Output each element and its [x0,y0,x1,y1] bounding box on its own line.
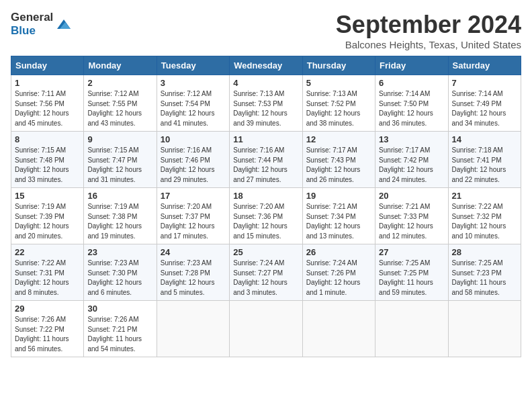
calendar-cell: 10 Sunrise: 7:16 AMSunset: 7:46 PMDaylig… [157,132,229,188]
weekday-header: Wednesday [230,56,302,75]
day-number: 19 [306,191,371,201]
calendar-cell: 16 Sunrise: 7:19 AMSunset: 7:38 PMDaylig… [84,188,157,244]
weekday-header: Sunday [11,56,84,75]
day-number: 1 [15,78,80,88]
day-number: 7 [452,78,517,88]
day-info: Sunrise: 7:23 AMSunset: 7:30 PMDaylight:… [87,259,152,298]
calendar-cell: 2 Sunrise: 7:12 AMSunset: 7:55 PMDayligh… [84,75,157,132]
calendar-cell: 27 Sunrise: 7:25 AMSunset: 7:25 PMDaylig… [375,244,448,301]
day-info: Sunrise: 7:24 AMSunset: 7:26 PMDaylight:… [306,259,371,298]
weekday-header: Tuesday [157,56,229,75]
day-number: 23 [87,247,152,257]
calendar-cell: 17 Sunrise: 7:20 AMSunset: 7:37 PMDaylig… [157,188,229,244]
day-info: Sunrise: 7:18 AMSunset: 7:41 PMDaylight:… [452,146,517,185]
calendar-cell: 26 Sunrise: 7:24 AMSunset: 7:26 PMDaylig… [302,244,375,301]
day-info: Sunrise: 7:19 AMSunset: 7:39 PMDaylight:… [15,202,80,241]
calendar-cell: 28 Sunrise: 7:25 AMSunset: 7:23 PMDaylig… [448,244,521,301]
day-number: 16 [87,191,152,201]
weekday-header: Monday [84,56,157,75]
day-info: Sunrise: 7:25 AMSunset: 7:25 PMDaylight:… [379,259,444,298]
day-info: Sunrise: 7:20 AMSunset: 7:36 PMDaylight:… [233,202,298,241]
calendar-cell [302,301,375,357]
day-info: Sunrise: 7:13 AMSunset: 7:53 PMDaylight:… [233,89,298,128]
day-number: 28 [452,247,517,257]
weekday-header: Friday [375,56,448,75]
calendar-cell: 20 Sunrise: 7:21 AMSunset: 7:33 PMDaylig… [375,188,448,244]
day-info: Sunrise: 7:26 AMSunset: 7:21 PMDaylight:… [87,315,152,354]
day-info: Sunrise: 7:16 AMSunset: 7:44 PMDaylight:… [233,146,298,185]
day-number: 22 [15,247,80,257]
day-number: 17 [161,191,226,201]
logo-text: General Blue [11,11,53,37]
day-info: Sunrise: 7:17 AMSunset: 7:42 PMDaylight:… [379,146,444,185]
day-info: Sunrise: 7:26 AMSunset: 7:22 PMDaylight:… [15,315,80,354]
calendar-cell: 13 Sunrise: 7:17 AMSunset: 7:42 PMDaylig… [375,132,448,188]
day-info: Sunrise: 7:22 AMSunset: 7:32 PMDaylight:… [452,202,517,241]
calendar-cell: 22 Sunrise: 7:22 AMSunset: 7:31 PMDaylig… [11,244,84,301]
day-info: Sunrise: 7:23 AMSunset: 7:28 PMDaylight:… [161,259,226,298]
day-info: Sunrise: 7:25 AMSunset: 7:23 PMDaylight:… [452,259,517,298]
day-info: Sunrise: 7:24 AMSunset: 7:27 PMDaylight:… [233,259,298,298]
day-number: 18 [233,191,298,201]
logo: General Blue [11,11,71,37]
day-info: Sunrise: 7:11 AMSunset: 7:56 PMDaylight:… [15,89,80,128]
calendar-cell: 4 Sunrise: 7:13 AMSunset: 7:53 PMDayligh… [230,75,302,132]
title-block: September 2024 Balcones Heights, Texas, … [336,11,521,50]
day-number: 14 [452,134,517,144]
day-info: Sunrise: 7:19 AMSunset: 7:38 PMDaylight:… [87,202,152,241]
calendar-cell: 29 Sunrise: 7:26 AMSunset: 7:22 PMDaylig… [11,301,84,357]
calendar-cell [230,301,302,357]
calendar-cell: 21 Sunrise: 7:22 AMSunset: 7:32 PMDaylig… [448,188,521,244]
calendar-cell: 11 Sunrise: 7:16 AMSunset: 7:44 PMDaylig… [230,132,302,188]
location-subtitle: Balcones Heights, Texas, United States [336,39,521,50]
day-number: 25 [233,247,298,257]
day-info: Sunrise: 7:14 AMSunset: 7:50 PMDaylight:… [379,89,444,128]
calendar-cell: 6 Sunrise: 7:14 AMSunset: 7:50 PMDayligh… [375,75,448,132]
day-number: 11 [233,134,298,144]
logo-arrow-icon [56,17,71,32]
calendar-cell: 8 Sunrise: 7:15 AMSunset: 7:48 PMDayligh… [11,132,84,188]
day-info: Sunrise: 7:21 AMSunset: 7:34 PMDaylight:… [306,202,371,241]
day-number: 26 [306,247,371,257]
day-info: Sunrise: 7:12 AMSunset: 7:55 PMDaylight:… [87,89,152,128]
day-number: 13 [379,134,444,144]
calendar-cell: 3 Sunrise: 7:12 AMSunset: 7:54 PMDayligh… [157,75,229,132]
day-number: 30 [87,304,152,314]
day-info: Sunrise: 7:22 AMSunset: 7:31 PMDaylight:… [15,259,80,298]
day-info: Sunrise: 7:21 AMSunset: 7:33 PMDaylight:… [379,202,444,241]
calendar-cell: 9 Sunrise: 7:15 AMSunset: 7:47 PMDayligh… [84,132,157,188]
day-info: Sunrise: 7:17 AMSunset: 7:43 PMDaylight:… [306,146,371,185]
day-number: 12 [306,134,371,144]
calendar-cell: 15 Sunrise: 7:19 AMSunset: 7:39 PMDaylig… [11,188,84,244]
day-number: 29 [15,304,80,314]
day-number: 21 [452,191,517,201]
day-number: 9 [87,134,152,144]
day-number: 2 [87,78,152,88]
day-info: Sunrise: 7:15 AMSunset: 7:48 PMDaylight:… [15,146,80,185]
day-number: 15 [15,191,80,201]
calendar-cell: 18 Sunrise: 7:20 AMSunset: 7:36 PMDaylig… [230,188,302,244]
day-info: Sunrise: 7:16 AMSunset: 7:46 PMDaylight:… [161,146,226,185]
calendar-cell [375,301,448,357]
day-number: 8 [15,134,80,144]
calendar-cell: 12 Sunrise: 7:17 AMSunset: 7:43 PMDaylig… [302,132,375,188]
calendar-cell: 7 Sunrise: 7:14 AMSunset: 7:49 PMDayligh… [448,75,521,132]
calendar-cell: 23 Sunrise: 7:23 AMSunset: 7:30 PMDaylig… [84,244,157,301]
calendar-table: SundayMondayTuesdayWednesdayThursdayFrid… [11,56,521,357]
weekday-header: Saturday [448,56,521,75]
calendar-cell: 24 Sunrise: 7:23 AMSunset: 7:28 PMDaylig… [157,244,229,301]
day-info: Sunrise: 7:13 AMSunset: 7:52 PMDaylight:… [306,89,371,128]
day-number: 10 [161,134,226,144]
calendar-cell: 14 Sunrise: 7:18 AMSunset: 7:41 PMDaylig… [448,132,521,188]
day-info: Sunrise: 7:20 AMSunset: 7:37 PMDaylight:… [161,202,226,241]
day-number: 6 [379,78,444,88]
calendar-cell [448,301,521,357]
calendar-cell: 25 Sunrise: 7:24 AMSunset: 7:27 PMDaylig… [230,244,302,301]
month-title: September 2024 [336,11,521,39]
calendar-cell: 19 Sunrise: 7:21 AMSunset: 7:34 PMDaylig… [302,188,375,244]
day-number: 4 [233,78,298,88]
weekday-header: Thursday [302,56,375,75]
day-info: Sunrise: 7:14 AMSunset: 7:49 PMDaylight:… [452,89,517,128]
calendar-cell: 1 Sunrise: 7:11 AMSunset: 7:56 PMDayligh… [11,75,84,132]
calendar-cell: 5 Sunrise: 7:13 AMSunset: 7:52 PMDayligh… [302,75,375,132]
